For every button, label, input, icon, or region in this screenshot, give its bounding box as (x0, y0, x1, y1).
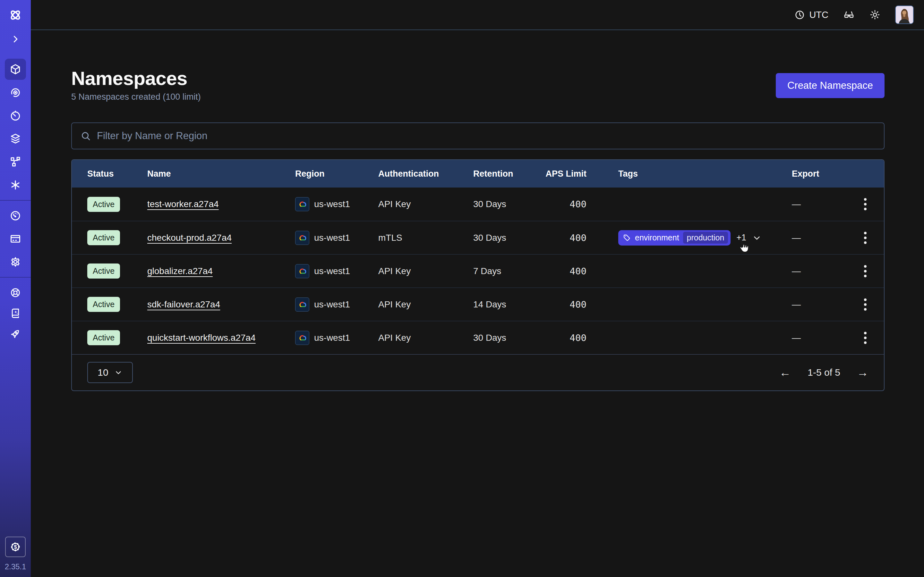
pagination-range: 1-5 of 5 (808, 367, 840, 378)
sidebar-divider (0, 200, 31, 201)
auth-cell: API Key (378, 266, 473, 276)
tags-cell: environment production +1 (618, 230, 792, 245)
create-namespace-button[interactable]: Create Namespace (776, 73, 885, 98)
next-page-icon[interactable]: → (857, 367, 869, 378)
col-status: Status (87, 169, 147, 179)
sidebar-item-schedules[interactable] (5, 105, 26, 126)
sidebar-item-support[interactable] (5, 282, 26, 303)
col-region: Region (295, 169, 378, 179)
namespace-link[interactable]: checkout-prod.a27a4 (147, 233, 232, 243)
sidebar-item-deployments[interactable] (5, 129, 26, 149)
temporal-logo[interactable] (0, 0, 31, 30)
region-label: us-west1 (314, 266, 350, 276)
page-size-select[interactable]: 10 (87, 362, 133, 383)
region-label: us-west1 (314, 333, 350, 343)
auth-cell: API Key (378, 333, 473, 343)
namespace-count: 5 Namespaces created (100 limit) (71, 92, 885, 102)
sun-icon (869, 9, 880, 20)
tag-key: environment (635, 233, 679, 242)
gcp-icon (295, 197, 309, 211)
col-tags: Tags (586, 169, 792, 179)
table-row: Active test-worker.a27a4 us-west1 API Ke… (72, 187, 884, 221)
page-title: Namespaces (71, 68, 885, 89)
book-sparkle-icon (10, 308, 21, 319)
timezone-button[interactable]: UTC (795, 10, 829, 20)
asterisk-icon (9, 179, 21, 191)
col-aps-limit: APS Limit (531, 169, 586, 179)
labs-toggle[interactable] (843, 9, 855, 21)
tags-expand-icon[interactable] (752, 233, 762, 243)
version-label: 2.35.1 (5, 562, 26, 571)
sidebar-divider (0, 277, 31, 277)
speedometer-icon (9, 210, 21, 222)
sidebar-item-billing[interactable] (5, 229, 26, 249)
theme-toggle[interactable] (869, 9, 880, 20)
chevron-down-icon (114, 368, 123, 377)
gear-icon (9, 256, 21, 268)
table-row: Active quickstart-workflows.a27a4 us-wes… (72, 321, 884, 354)
sidebar-item-usage[interactable] (5, 205, 26, 226)
retention-cell: 30 Days (473, 199, 531, 210)
gcp-icon (295, 231, 309, 245)
aps-cell: 400 (531, 332, 586, 343)
export-value: — (792, 333, 801, 343)
namespace-link[interactable]: test-worker.a27a4 (147, 199, 219, 209)
sidebar-item-batch-operations[interactable] (5, 175, 26, 195)
status-badge: Active (87, 263, 120, 279)
namespace-link[interactable]: quickstart-workflows.a27a4 (147, 333, 256, 343)
rocket-icon (10, 328, 21, 340)
user-avatar[interactable] (895, 5, 914, 24)
filter-input[interactable] (97, 130, 876, 142)
tag-more-count: +1 (736, 233, 746, 243)
sidebar-item-workflows[interactable] (5, 82, 26, 103)
table-row: Active globalizer.a27a4 us-west1 API Key… (72, 254, 884, 287)
sidebar-item-settings[interactable] (5, 251, 26, 272)
gcp-icon (295, 331, 309, 345)
main-content: Namespaces 5 Namespaces created (100 lim… (71, 30, 885, 391)
row-menu-icon[interactable] (862, 197, 869, 211)
page-header: Namespaces 5 Namespaces created (100 lim… (71, 30, 885, 102)
sidebar-footer: $ 2.35.1 (5, 537, 26, 571)
status-badge: Active (87, 297, 120, 312)
sidebar-item-namespaces[interactable] (5, 59, 26, 80)
aps-cell: 400 (531, 199, 586, 210)
col-retention: Retention (473, 169, 531, 179)
filter-bar (71, 122, 885, 149)
sidebar: $ 2.35.1 (0, 0, 31, 577)
layers-icon (9, 133, 21, 145)
tag-pill[interactable]: environment production (618, 230, 730, 245)
export-value: — (792, 300, 801, 309)
namespaces-table: Status Name Region Authentication Retent… (71, 159, 885, 391)
col-name: Name (147, 169, 295, 179)
row-menu-icon[interactable] (862, 230, 869, 245)
namespace-link[interactable]: globalizer.a27a4 (147, 266, 213, 276)
col-export: Export (792, 169, 869, 179)
retention-cell: 30 Days (473, 233, 531, 243)
sidebar-item-getting-started[interactable] (5, 324, 26, 344)
sidebar-expand-icon[interactable] (5, 30, 26, 48)
prev-page-icon[interactable]: ← (779, 367, 791, 378)
sidebar-nav-account (5, 205, 26, 272)
sidebar-nav-help (5, 282, 26, 344)
table-row: Active sdk-failover.a27a4 us-west1 API K… (72, 287, 884, 321)
sidebar-item-docs[interactable] (5, 303, 26, 324)
row-menu-icon[interactable] (862, 264, 869, 279)
dollar-rosette-icon: $ (10, 541, 21, 553)
export-value: — (792, 233, 801, 243)
tag-icon (623, 234, 631, 242)
credit-card-icon (9, 233, 21, 245)
retention-cell: 30 Days (473, 333, 531, 343)
spiral-icon (9, 87, 21, 99)
namespace-link[interactable]: sdk-failover.a27a4 (147, 300, 220, 309)
auth-cell: mTLS (378, 233, 473, 243)
pricing-button[interactable]: $ (5, 537, 26, 557)
glasses-icon (843, 9, 855, 21)
status-badge: Active (87, 230, 120, 245)
sidebar-item-nexus[interactable] (5, 152, 26, 172)
row-menu-icon[interactable] (862, 330, 869, 345)
auth-cell: API Key (378, 199, 473, 210)
col-authentication: Authentication (378, 169, 473, 179)
row-menu-icon[interactable] (862, 297, 869, 312)
cube-icon (9, 63, 21, 75)
table-row: Active checkout-prod.a27a4 us-west1 mTLS… (72, 221, 884, 254)
